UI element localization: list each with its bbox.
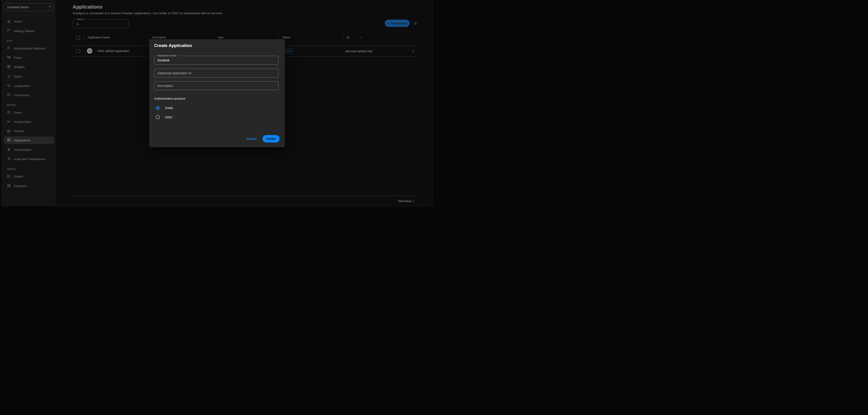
sidebar-item-label: Flows bbox=[14, 56, 22, 59]
add-application-label: Application bbox=[391, 22, 408, 25]
sidebar-item-label: Users bbox=[14, 111, 22, 114]
translate-icon bbox=[7, 83, 11, 88]
search-field[interactable]: Search bbox=[73, 20, 129, 28]
app-root: Zendesk-Demo Home Getting Started Build … bbox=[0, 0, 434, 207]
search-label: Search bbox=[76, 18, 85, 21]
sidebar-item-flows[interactable]: Flows bbox=[4, 55, 54, 61]
sort-descending-icon[interactable]: ↓ bbox=[360, 35, 362, 39]
sidebar-item-connectors[interactable]: Connectors bbox=[4, 92, 54, 98]
sidebar-item-label: Audit and Troubleshoot bbox=[14, 158, 45, 161]
list-icon bbox=[7, 157, 11, 162]
select-all-checkbox[interactable] bbox=[76, 36, 80, 39]
sidebar-item-access-keys[interactable]: Access Keys bbox=[4, 118, 54, 125]
project-selector[interactable]: Zendesk-Demo bbox=[4, 3, 54, 11]
journal-icon bbox=[7, 65, 11, 69]
folder-icon bbox=[7, 174, 11, 179]
sidebar: Zendesk-Demo Home Getting Started Build … bbox=[1, 0, 55, 206]
sidebar-item-authorization[interactable]: Authorization bbox=[4, 146, 54, 153]
person-check-icon bbox=[7, 46, 11, 51]
key-icon bbox=[7, 119, 11, 124]
sidebar-item-label: Authentication Methods bbox=[14, 47, 46, 50]
protocol-option-label: SAML bbox=[165, 106, 174, 110]
modal-actions: Cancel Create bbox=[247, 135, 280, 142]
flag-icon bbox=[7, 29, 11, 33]
sidebar-item-localization[interactable]: Localization bbox=[4, 83, 54, 89]
application-id-field bbox=[154, 69, 278, 77]
sidebar-item-label: Access Keys bbox=[14, 120, 31, 124]
application-id-cell: descope-default-oidc bbox=[345, 49, 373, 53]
column-header-status[interactable]: Status bbox=[282, 36, 290, 39]
gear-icon[interactable] bbox=[413, 21, 417, 26]
sidebar-item-label: Project bbox=[14, 175, 23, 178]
sidebar-item-label: Connectors bbox=[14, 94, 29, 97]
protocol-option-label: OIDC bbox=[165, 115, 173, 119]
sidebar-item-styles[interactable]: Styles bbox=[4, 73, 54, 79]
sidebar-divider bbox=[4, 15, 52, 15]
sidebar-item-label: Widgets bbox=[14, 65, 25, 69]
column-header-id[interactable]: ID bbox=[347, 36, 350, 39]
column-separator bbox=[84, 35, 84, 41]
sidebar-item-widgets[interactable]: Widgets bbox=[4, 64, 54, 70]
sidebar-item-company[interactable]: Company bbox=[4, 183, 54, 189]
column-separator bbox=[343, 35, 343, 41]
application-name-cell: OIDC default application bbox=[97, 49, 129, 53]
cancel-button[interactable]: Cancel bbox=[247, 137, 256, 140]
sidebar-item-audit-and-troubleshoot[interactable]: Audit and Troubleshoot bbox=[4, 156, 54, 162]
table-footer-divider bbox=[72, 196, 418, 196]
sidebar-item-applications[interactable]: Applications bbox=[4, 136, 54, 144]
add-application-button[interactable]: + Application bbox=[385, 20, 410, 27]
application-name-input[interactable] bbox=[154, 56, 278, 64]
sidebar-item-label: Home bbox=[14, 20, 22, 23]
plus-icon: + bbox=[387, 21, 389, 25]
total-rows-label: Total Rows: 1 bbox=[398, 200, 414, 203]
page-title: Applications bbox=[72, 4, 102, 10]
sidebar-section-settings: Settings bbox=[7, 168, 16, 170]
sidebar-section-build: Build bbox=[7, 39, 12, 42]
description-input[interactable] bbox=[154, 81, 278, 90]
description-field bbox=[154, 81, 278, 90]
row-checkbox[interactable] bbox=[76, 49, 80, 53]
protocol-option-oidc[interactable]: OIDC bbox=[156, 115, 173, 119]
column-header-description[interactable]: Description bbox=[152, 36, 166, 39]
application-name-field: Application name * bbox=[154, 56, 278, 65]
grid-icon bbox=[7, 138, 11, 143]
authentication-protocol-label: Authentication protocol bbox=[154, 97, 185, 100]
column-header-application-name[interactable]: Application Name bbox=[88, 36, 110, 39]
sidebar-item-home[interactable]: Home bbox=[4, 18, 54, 25]
row-menu-icon[interactable] bbox=[412, 49, 414, 53]
create-button[interactable]: Create bbox=[262, 135, 280, 142]
home-icon bbox=[7, 19, 11, 24]
building-icon bbox=[7, 183, 11, 188]
users-icon bbox=[7, 110, 11, 115]
sidebar-item-tenants[interactable]: Tenants bbox=[4, 128, 54, 134]
sidebar-item-label: Company bbox=[14, 184, 27, 187]
sidebar-section-manage: Manage bbox=[7, 103, 16, 106]
sidebar-item-label: Applications bbox=[14, 139, 30, 142]
chevron-down-icon bbox=[48, 5, 52, 9]
sidebar-item-label: Styles bbox=[14, 75, 22, 78]
sidebar-item-getting-started[interactable]: Getting Started bbox=[4, 28, 54, 34]
sidebar-item-users[interactable]: Users bbox=[4, 109, 54, 115]
modal-title: Create Application bbox=[154, 43, 192, 48]
sidebar-item-authentication-methods[interactable]: Authentication Methods bbox=[4, 45, 54, 51]
sidebar-item-label: Tenants bbox=[14, 129, 24, 133]
puzzle-icon bbox=[7, 93, 11, 98]
page-description: Configure a connection to a Service Prov… bbox=[72, 11, 223, 15]
column-header-type[interactable]: Type bbox=[217, 36, 223, 39]
lock-icon bbox=[7, 147, 11, 152]
application-name-label: Application name * bbox=[157, 54, 179, 57]
sidebar-item-label: Localization bbox=[14, 84, 30, 88]
sidebar-item-project[interactable]: Project bbox=[4, 173, 54, 179]
column-separator bbox=[149, 35, 149, 41]
project-name: Zendesk-Demo bbox=[7, 5, 48, 9]
application-id-input[interactable] bbox=[154, 69, 278, 77]
sidebar-item-label: Authorization bbox=[14, 148, 32, 151]
protocol-option-saml[interactable]: SAML bbox=[156, 106, 174, 110]
radio-icon[interactable] bbox=[156, 106, 160, 110]
radio-icon[interactable] bbox=[156, 115, 160, 119]
sidebar-item-label: Getting Started bbox=[14, 29, 34, 33]
buildings-icon bbox=[7, 129, 11, 133]
create-application-modal: Create Application Application name * Au… bbox=[149, 39, 285, 147]
brush-icon bbox=[7, 74, 11, 79]
flowchart-icon bbox=[7, 55, 11, 60]
